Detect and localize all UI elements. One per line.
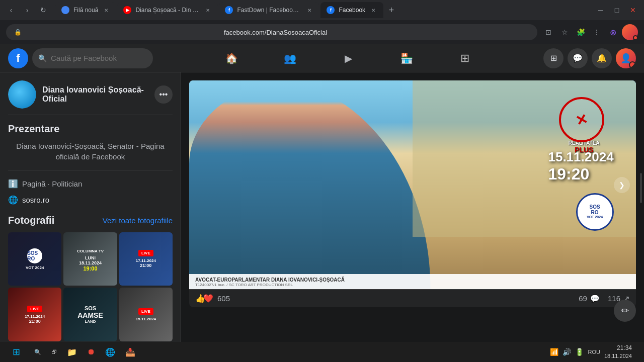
- post-card: ✕ REALITATEA PLUS 15.11.2024 19:20 SO: [189, 80, 636, 307]
- nav-home-button[interactable]: 🏠: [203, 46, 260, 70]
- adblock-icon[interactable]: ⊗: [606, 25, 620, 39]
- file-explorer-icon: 📁: [67, 347, 77, 357]
- tab-close-1[interactable]: ✕: [102, 6, 110, 14]
- extensions-button[interactable]: 🧩: [574, 25, 588, 39]
- search-input[interactable]: [51, 54, 147, 62]
- fb-search-bar[interactable]: 🔍: [32, 48, 153, 68]
- photos-see-all-link[interactable]: Vezi toate fotografiile: [103, 216, 173, 225]
- photos-header: Fotografii Vezi toate fotografiile: [8, 215, 173, 226]
- photo-thumb-6[interactable]: LIVE 15.11.2024: [119, 288, 173, 341]
- edit-float-button[interactable]: ✏: [614, 300, 636, 322]
- notifications-button[interactable]: 🔔: [592, 48, 612, 68]
- volume-icon[interactable]: 🔊: [562, 348, 571, 356]
- taskbar-downloads[interactable]: 📥: [121, 344, 139, 360]
- scroll-indicator[interactable]: [640, 173, 642, 203]
- chrome-icon: 🌐: [105, 347, 115, 357]
- messenger-icon: 💬: [573, 53, 583, 63]
- fb-logo[interactable]: f: [8, 48, 28, 68]
- minimize-button[interactable]: ─: [594, 3, 608, 17]
- intro-page-type: ℹ️ Pagină · Politician: [8, 178, 173, 189]
- tab-close-2[interactable]: ✕: [204, 6, 212, 14]
- intro-section: Prezentare Diana Iovanovici-Șoșoacă, Sen…: [8, 123, 173, 205]
- fb-right-content: ✕ REALITATEA PLUS 15.11.2024 19:20 SO: [181, 72, 644, 362]
- close-window-button[interactable]: ✕: [626, 3, 640, 17]
- maximize-button[interactable]: □: [610, 3, 624, 17]
- post-small-text: T1240027/1 buc. / SC TORO ART PRODUCTION…: [195, 283, 630, 287]
- info-icon: ℹ️: [8, 178, 18, 189]
- intro-description: Diana Iovanovici-Șoșoacă, Senator - Pagi…: [8, 141, 173, 170]
- reactions-left: 👍 ❤️ 605: [195, 294, 230, 303]
- bell-icon: 🔔: [597, 53, 607, 63]
- comment-bubble-icon: 💬: [590, 294, 600, 303]
- grid-button[interactable]: ⊞: [543, 48, 564, 68]
- home-icon: 🏠: [225, 52, 238, 64]
- facebook-app: f 🔍 🏠 👥 ▶ 🏪 ⊞ ⊞: [0, 44, 644, 362]
- intro-title: Prezentare: [8, 123, 173, 135]
- taskbar-file-explorer[interactable]: 📁: [63, 344, 81, 360]
- tab-new-tab[interactable]: Filă nouă ✕: [55, 2, 116, 18]
- website-link[interactable]: sosro.ro: [22, 196, 49, 204]
- task-view-icon: 🗗: [51, 349, 57, 355]
- avatar-badge: [629, 61, 636, 68]
- taskbar-task-view[interactable]: 🗗: [47, 344, 61, 360]
- taskbar-date: 18.11.2024: [604, 352, 632, 359]
- photo-thumb-2[interactable]: COLUMNA TV LUNI 18.11.2024 19:00: [63, 232, 117, 286]
- more-options-button[interactable]: •••: [154, 85, 173, 104]
- post-nav-arrow[interactable]: ❯: [614, 177, 630, 193]
- comments-info[interactable]: 69 💬: [579, 294, 600, 303]
- post-image-container[interactable]: ✕ REALITATEA PLUS 15.11.2024 19:20 SO: [189, 80, 636, 289]
- start-button[interactable]: ⊞: [4, 344, 28, 360]
- photo-thumb-3[interactable]: LIVE 17.11.2024 21:00: [119, 232, 173, 286]
- tab-facebook[interactable]: f Facebook ✕: [320, 2, 383, 18]
- edit-icon: ✏: [621, 305, 629, 316]
- page-name: Diana Iovanovici Șoșoacă- Oficial: [42, 85, 148, 104]
- tab-favicon-1: [61, 6, 69, 14]
- tab-close-3[interactable]: ✕: [305, 6, 313, 14]
- photos-grid: SOS RO VOT 2024 COLUMNA TV LUNI 18.11.20…: [8, 232, 173, 341]
- tab-diana[interactable]: ▶ Diana Șoșoacă - Din noiembrie... ✕: [117, 2, 218, 18]
- fb-left-sidebar: Diana Iovanovici Șoșoacă- Oficial ••• Pr…: [0, 72, 181, 362]
- photo-thumb-1[interactable]: SOS RO VOT 2024: [8, 232, 61, 286]
- time-overlay: 19:20: [548, 165, 613, 184]
- lock-icon: 🔒: [14, 29, 22, 36]
- forward-button[interactable]: ›: [20, 3, 34, 17]
- photo-thumb-5[interactable]: SOS AAMSE LAND: [63, 288, 117, 341]
- browser-menu-button[interactable]: ⋮: [590, 25, 604, 39]
- intro-website[interactable]: 🌐 sosro.ro: [8, 195, 173, 205]
- show-desktop-button[interactable]: [636, 344, 640, 360]
- bookmark-button[interactable]: ☆: [557, 25, 572, 39]
- reaction-icons: 👍 ❤️: [195, 294, 213, 303]
- date-overlay: 15.11.2024: [548, 149, 613, 165]
- profile-avatar-browser[interactable]: [622, 24, 638, 40]
- recording-icon: ⏺: [87, 347, 95, 356]
- downloads-icon: 📥: [125, 347, 135, 357]
- address-input-wrapper[interactable]: 🔒 facebook.com/DianaSosoacaOficial: [6, 24, 537, 40]
- tab-fastdown[interactable]: f FastDown | Facebook Downloa... ✕: [219, 2, 319, 18]
- reload-button[interactable]: ↻: [36, 3, 50, 17]
- messenger-button[interactable]: 💬: [568, 48, 588, 68]
- taskbar-right: 📶 🔊 🔋 ROU 21:34 18.11.2024: [550, 344, 640, 360]
- user-avatar-nav[interactable]: 👤: [616, 48, 636, 68]
- taskbar-search[interactable]: 🔍: [30, 344, 45, 360]
- fb-nav-right: ⊞ 💬 🔔 👤: [543, 48, 636, 68]
- tab-close-4[interactable]: ✕: [369, 6, 377, 14]
- taskbar-recording[interactable]: ⏺: [83, 344, 99, 360]
- back-button[interactable]: ‹: [4, 3, 18, 17]
- photo-thumb-4[interactable]: LIVE 17.11.2024 21:00: [8, 288, 61, 341]
- taskbar: ⊞ 🔍 🗗 📁 ⏺ 🌐 📥 📶 🔊 🔋 ROU 21:34 18.11.2024: [0, 342, 644, 362]
- network-icon[interactable]: 📶: [550, 348, 558, 356]
- post-reactions-bar: 👍 ❤️ 605 69 💬 116 ↗: [189, 289, 636, 307]
- nav-gaming-button[interactable]: ⊞: [437, 46, 493, 70]
- tab-favicon-4: f: [327, 6, 335, 14]
- fb-main: Diana Iovanovici Șoșoacă- Oficial ••• Pr…: [0, 72, 644, 362]
- page-header-strip: Diana Iovanovici Șoșoacă- Oficial •••: [8, 80, 173, 115]
- new-tab-button[interactable]: +: [384, 3, 398, 17]
- taskbar-chrome[interactable]: 🌐: [101, 344, 119, 360]
- nav-friends-button[interactable]: 👥: [262, 46, 318, 70]
- page-avatar[interactable]: [8, 80, 36, 109]
- nav-video-button[interactable]: ▶: [320, 46, 376, 70]
- taskbar-clock[interactable]: 21:34 18.11.2024: [604, 344, 632, 359]
- battery-icon[interactable]: 🔋: [575, 348, 584, 356]
- screen-cast-button[interactable]: ⊡: [541, 25, 555, 39]
- nav-marketplace-button[interactable]: 🏪: [378, 46, 435, 70]
